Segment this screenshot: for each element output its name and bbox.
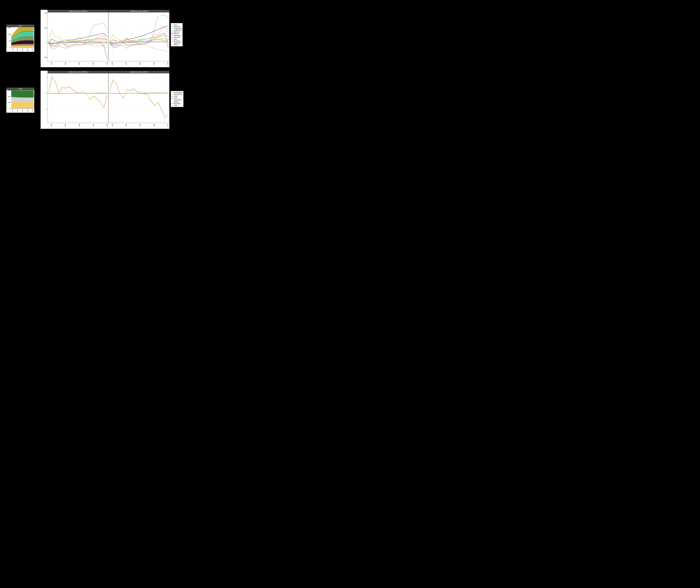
svg-text:0.05: 0.05	[44, 27, 47, 29]
legend-item-OilCrop: OilCrop	[171, 33, 182, 35]
svg-rect-319	[19, 102, 20, 108]
svg-rect-281	[13, 90, 14, 97]
svg-rect-151	[25, 27, 26, 31]
svg-rect-341	[23, 108, 24, 108]
legend-item-PalmFruit: PalmFruit	[171, 37, 182, 38]
svg-rect-195	[30, 40, 31, 41]
svg-rect-400	[31, 98, 32, 102]
svg-rect-44	[15, 47, 16, 48]
svg-rect-45	[15, 46, 16, 47]
svg-text:2020: 2020	[112, 62, 113, 65]
svg-rect-59	[16, 45, 17, 45]
svg-rect-280	[13, 97, 14, 102]
svg-rect-41	[14, 37, 15, 39]
chart-landalloc-ssp5: 0250050007500	[6, 90, 34, 109]
svg-rect-171	[28, 40, 29, 41]
legend-item-MiscCrop: MiscCrop	[171, 31, 182, 33]
svg-rect-365	[26, 108, 27, 108]
svg-rect-313	[17, 91, 19, 97]
svg-rect-39	[14, 42, 15, 42]
svg-rect-218	[32, 41, 34, 44]
svg-rect-28	[13, 40, 14, 42]
svg-rect-376	[28, 98, 29, 102]
svg-rect-31	[13, 34, 14, 37]
svg-rect-185	[29, 31, 30, 36]
svg-rect-210	[31, 31, 32, 32]
svg-rect-76	[17, 38, 19, 41]
svg-text:2060: 2060	[139, 62, 141, 65]
svg-text:2060: 2060	[79, 62, 80, 65]
svg-rect-186	[29, 31, 30, 31]
svg-text:2080: 2080	[27, 48, 28, 51]
svg-rect-383	[29, 102, 30, 108]
svg-rect-183	[29, 40, 30, 41]
svg-rect-52	[15, 39, 16, 41]
svg-rect-117	[23, 46, 24, 47]
svg-rect-131	[24, 45, 25, 45]
svg-text:1000: 1000	[8, 34, 11, 35]
svg-rect-133	[24, 44, 25, 44]
svg-rect-105	[21, 46, 22, 47]
svg-rect-192	[30, 44, 31, 45]
chart-agprod-hotter	[109, 12, 169, 61]
svg-rect-327	[20, 102, 21, 108]
svg-text:2020: 2020	[112, 124, 113, 127]
svg-rect-100	[20, 37, 21, 40]
svg-rect-279	[13, 102, 14, 108]
svg-rect-312	[17, 97, 19, 102]
svg-text:2080: 2080	[93, 124, 94, 127]
svg-rect-146	[25, 41, 26, 44]
svg-rect-222	[32, 31, 34, 32]
svg-rect-311	[17, 102, 19, 108]
svg-rect-97	[20, 44, 21, 45]
svg-rect-94	[20, 45, 21, 46]
svg-rect-201	[31, 46, 32, 47]
svg-rect-338	[21, 90, 22, 91]
svg-rect-110	[21, 41, 22, 44]
svg-rect-391	[30, 102, 31, 108]
svg-rect-297	[15, 90, 16, 97]
svg-rect-145	[25, 44, 26, 44]
svg-rect-22	[13, 46, 14, 46]
svg-rect-377	[28, 91, 29, 98]
svg-rect-175	[28, 27, 29, 31]
svg-rect-103	[20, 27, 21, 32]
svg-text:2100: 2100	[32, 48, 33, 51]
svg-text:2020: 2020	[51, 124, 52, 127]
svg-rect-344	[23, 98, 24, 102]
svg-rect-179	[29, 45, 30, 45]
svg-rect-205	[31, 44, 32, 44]
svg-rect-351	[24, 102, 25, 108]
svg-rect-181	[29, 44, 30, 44]
svg-rect-149	[25, 31, 26, 36]
svg-rect-34	[14, 46, 15, 46]
svg-rect-126	[23, 31, 24, 32]
svg-rect-169	[28, 44, 29, 44]
svg-rect-148	[25, 36, 26, 40]
svg-rect-143	[25, 45, 26, 45]
svg-rect-75	[17, 41, 19, 41]
chart-agprod-cooler	[47, 12, 108, 61]
svg-rect-40	[14, 39, 15, 42]
svg-rect-17	[11, 39, 12, 40]
svg-rect-50	[15, 42, 16, 45]
svg-rect-80	[19, 47, 20, 48]
svg-rect-172	[28, 36, 29, 40]
svg-rect-137	[24, 32, 25, 36]
svg-rect-123	[23, 40, 24, 41]
svg-rect-12	[11, 45, 12, 45]
svg-rect-120	[23, 44, 24, 45]
svg-rect-405	[32, 108, 34, 108]
svg-rect-361	[25, 91, 26, 98]
svg-rect-128	[24, 47, 25, 48]
svg-rect-409	[32, 91, 34, 98]
svg-rect-214	[32, 45, 34, 46]
svg-rect-78	[17, 33, 19, 34]
svg-rect-113	[21, 32, 22, 37]
svg-rect-99	[20, 40, 21, 41]
svg-text:2020: 2020	[12, 48, 13, 51]
svg-rect-141	[25, 46, 26, 47]
svg-rect-81	[19, 46, 20, 47]
legend-item-biomassGrass: biomassGrass	[171, 92, 183, 93]
legend-item-pasture: pasture	[171, 101, 183, 102]
